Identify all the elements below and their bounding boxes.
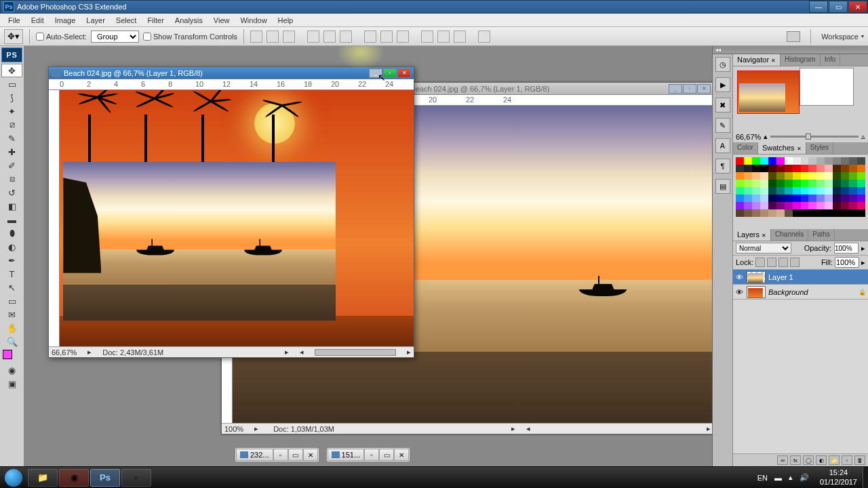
menu-image[interactable]: Image <box>50 15 81 26</box>
swatch[interactable] <box>776 165 785 172</box>
swatch[interactable] <box>752 172 760 180</box>
swatch[interactable] <box>752 180 760 187</box>
swatch[interactable] <box>825 187 833 195</box>
taskbar-app2[interactable]: ▫ <box>121 469 151 487</box>
menu-select[interactable]: Select <box>111 15 142 26</box>
swatch[interactable] <box>816 202 825 209</box>
taskbar-explorer[interactable]: 📁 <box>28 469 58 487</box>
close-button[interactable]: ✕ <box>848 1 867 13</box>
swatch[interactable] <box>760 165 768 172</box>
swatch[interactable] <box>785 165 793 172</box>
swatch[interactable] <box>736 157 744 165</box>
swatch[interactable] <box>776 195 785 202</box>
panel-collapse-strip[interactable]: ◂◂ <box>713 46 868 54</box>
swatch[interactable] <box>744 195 752 202</box>
swatch[interactable] <box>841 209 849 217</box>
menu-analysis[interactable]: Analysis <box>170 15 208 26</box>
doc-restore-icon[interactable]: ▫ <box>273 449 288 461</box>
swatch[interactable] <box>816 157 825 165</box>
swatch[interactable] <box>801 195 809 202</box>
swatch[interactable] <box>768 202 776 209</box>
swatch[interactable] <box>768 157 776 165</box>
swatch[interactable] <box>768 187 776 195</box>
swatch[interactable] <box>801 202 809 209</box>
swatch[interactable] <box>849 172 857 180</box>
lock-all-icon[interactable] <box>790 258 800 267</box>
brushes-panel-icon[interactable]: ✎ <box>715 118 730 133</box>
swatch[interactable] <box>776 187 785 195</box>
screen-mode-icon[interactable]: ▣ <box>1 377 22 390</box>
quick-select-tool[interactable]: ✦ <box>1 104 22 118</box>
zoom-in-icon[interactable]: ▵ <box>861 132 865 141</box>
menu-view[interactable]: View <box>208 15 235 26</box>
swatch[interactable] <box>833 202 841 209</box>
swatch[interactable] <box>801 165 809 172</box>
move-tool-icon[interactable]: ✥▾ <box>4 29 23 44</box>
swatch[interactable] <box>833 172 841 180</box>
distribute-left-icon[interactable] <box>421 30 433 43</box>
swatch[interactable] <box>768 209 776 217</box>
swatch[interactable] <box>768 165 776 172</box>
layer-row-layer1[interactable]: 👁 Layer 1 <box>733 270 868 285</box>
swatch[interactable] <box>736 195 744 202</box>
swatch[interactable] <box>768 195 776 202</box>
canvas-front[interactable] <box>60 90 414 346</box>
swatch[interactable] <box>833 157 841 165</box>
menu-file[interactable]: File <box>3 15 26 26</box>
zoom-tool[interactable]: 🔍 <box>1 335 22 348</box>
swatch[interactable] <box>736 209 744 217</box>
swatch[interactable] <box>801 180 809 187</box>
swatch[interactable] <box>793 172 801 180</box>
align-right-icon[interactable] <box>340 30 352 43</box>
layer-name[interactable]: Background <box>768 288 856 296</box>
swatch[interactable] <box>808 209 816 217</box>
start-button[interactable] <box>0 467 27 489</box>
blend-mode-select[interactable]: Normal <box>736 243 791 253</box>
swatch[interactable] <box>825 165 833 172</box>
swatch[interactable] <box>825 202 833 209</box>
swatch[interactable] <box>752 157 760 165</box>
marquee-tool[interactable]: ▭ <box>1 77 22 91</box>
swatch[interactable] <box>744 202 752 209</box>
distribute-top-icon[interactable] <box>364 30 376 43</box>
swatch[interactable] <box>857 195 865 202</box>
swatch[interactable] <box>849 187 857 195</box>
swatch[interactable] <box>808 172 816 180</box>
show-transform-checkbox[interactable]: Show Transform Controls <box>143 33 237 41</box>
navigator-zoom-value[interactable]: 66,67% <box>736 133 761 141</box>
swatch[interactable] <box>841 187 849 195</box>
swatch[interactable] <box>816 195 825 202</box>
swatch[interactable] <box>808 202 816 209</box>
tab-histogram[interactable]: Histogram <box>781 54 821 66</box>
swatch[interactable] <box>785 172 793 180</box>
lasso-tool[interactable]: ⟆ <box>1 91 22 104</box>
swatch[interactable] <box>857 187 865 195</box>
taskbar-app1[interactable]: ◉ <box>59 469 89 487</box>
swatch[interactable] <box>825 172 833 180</box>
crop-tool[interactable]: ⧄ <box>1 118 22 131</box>
swatch[interactable] <box>825 157 833 165</box>
swatch[interactable] <box>849 180 857 187</box>
maximize-button[interactable]: ▭ <box>829 1 848 13</box>
tab-info[interactable]: Info <box>821 54 841 66</box>
swatch[interactable] <box>833 187 841 195</box>
tab-color[interactable]: Color <box>733 142 758 154</box>
swatch[interactable] <box>785 209 793 217</box>
adjustment-layer-icon[interactable]: ◐ <box>816 455 827 465</box>
swatch[interactable] <box>744 187 752 195</box>
swatch[interactable] <box>849 209 857 217</box>
lock-position-icon[interactable] <box>778 258 788 267</box>
doc-minimize-button[interactable]: _ <box>369 68 382 78</box>
swatch[interactable] <box>752 209 760 217</box>
swatch[interactable] <box>776 209 785 217</box>
swatch[interactable] <box>808 187 816 195</box>
new-layer-icon[interactable]: ▫ <box>842 455 852 465</box>
taskbar-photoshop[interactable]: Ps <box>90 469 120 487</box>
swatch[interactable] <box>785 180 793 187</box>
swatch[interactable] <box>857 165 865 172</box>
swatch[interactable] <box>744 172 752 180</box>
doc-maximize-icon[interactable]: ▭ <box>288 449 303 461</box>
swatch[interactable] <box>785 187 793 195</box>
swatch[interactable] <box>857 157 865 165</box>
tool-presets-icon[interactable]: ✖ <box>715 98 730 113</box>
